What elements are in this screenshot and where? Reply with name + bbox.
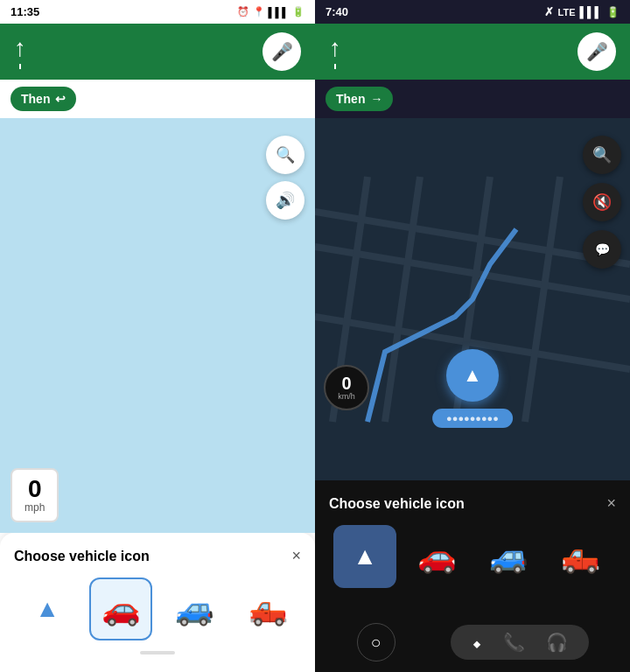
left-picker-title: Choose vehicle icon: [14, 549, 150, 564]
left-then-arrow: ↩: [55, 92, 66, 106]
left-panel: 11:35 ⏰ 📍 ▌▌▌ 🔋 ↑ 🎤 Then ↩ 🔍 🔊 0 mp: [0, 0, 315, 672]
headphone-icon: 🎧: [546, 633, 568, 652]
right-battery-icon: 🔋: [606, 6, 620, 18]
right-vehicle-picker: Choose vehicle icon × ▲ 🚗 🚙 🛻: [315, 480, 630, 616]
left-vehicle-icon-truck[interactable]: 🛻: [236, 578, 299, 640]
destination-text: ●●●●●●●●●: [446, 413, 499, 424]
phone-icon: 📞: [503, 633, 525, 652]
right-vehicle-icon-car1[interactable]: 🚗: [405, 525, 468, 588]
left-map-area: 🔍 🔊 0 mph: [0, 118, 315, 533]
center-arrow-icon: ▲: [463, 364, 482, 387]
right-nav-arrow: ↑: [329, 34, 341, 69]
right-nav-center-arrow: ▲: [446, 349, 499, 402]
right-picker-close[interactable]: ×: [606, 494, 616, 513]
left-speed-display: 0 mph: [10, 468, 59, 522]
right-then-arrow: →: [370, 92, 382, 106]
left-sound-icon: 🔊: [276, 191, 295, 210]
left-bottom-handle: [140, 651, 175, 654]
right-directions-button[interactable]: ⬥: [472, 633, 482, 653]
right-then-badge: Then →: [326, 87, 393, 111]
left-vehicle-icon-car1[interactable]: 🚗: [89, 578, 152, 640]
left-search-button[interactable]: 🔍: [266, 136, 304, 174]
right-headphone-button[interactable]: 🎧: [546, 632, 568, 653]
left-sound-button[interactable]: 🔊: [266, 181, 304, 220]
left-vehicle-icon-arrow[interactable]: ▲: [16, 578, 79, 640]
left-picker-close[interactable]: ×: [291, 547, 301, 565]
left-vehicle-icons-row: ▲ 🚗 🚙 🛻: [14, 578, 301, 640]
right-then-label: Then: [336, 92, 365, 106]
right-nav-pill: ⬥ 📞 🎧: [451, 625, 589, 660]
right-mute-icon: 🔇: [592, 192, 612, 212]
left-mic-icon: 🎤: [271, 41, 293, 62]
right-chat-button[interactable]: 💬: [583, 230, 621, 269]
battery-icon: 🔋: [292, 6, 304, 18]
right-speed-unit: km/h: [338, 392, 355, 401]
home-circle-icon: ○: [370, 633, 381, 653]
left-then-label: Then: [21, 92, 50, 106]
right-bottom-nav: ○ ⬥ 📞 🎧: [315, 616, 630, 672]
signal-icon: ▌▌▌: [269, 7, 289, 18]
left-time: 11:35: [10, 5, 39, 18]
right-speed-value: 0: [341, 374, 351, 392]
left-speed-value: 0: [24, 477, 45, 501]
right-panel: 7:40 ✗ LTE ▌▌▌ 🔋 ↑ 🎤 Then →: [315, 0, 630, 672]
location-icon: 📍: [253, 6, 265, 18]
right-vehicle-icon-truck[interactable]: 🛻: [549, 525, 612, 588]
right-phone-button[interactable]: 📞: [503, 632, 525, 653]
right-destination-pill: ●●●●●●●●●: [432, 409, 513, 428]
alarm-icon: ⏰: [237, 6, 249, 18]
right-home-button[interactable]: ○: [357, 623, 396, 662]
left-status-icons: ⏰ 📍 ▌▌▌ 🔋: [237, 6, 304, 18]
right-vehicle-icon-suv[interactable]: 🚙: [477, 525, 540, 588]
left-mic-button[interactable]: 🎤: [262, 32, 301, 71]
right-status-bar: 7:40 ✗ LTE ▌▌▌ 🔋: [315, 0, 630, 24]
right-vehicle-icons-row: ▲ 🚗 🚙 🛻: [329, 525, 616, 588]
right-status-icons: ✗ LTE ▌▌▌ 🔋: [544, 5, 620, 18]
right-mic-icon: 🎤: [586, 41, 608, 62]
right-chat-icon: 💬: [595, 242, 610, 256]
right-picker-header: Choose vehicle icon ×: [329, 494, 616, 513]
left-nav-arrow: ↑: [14, 34, 26, 69]
left-picker-header: Choose vehicle icon ×: [14, 547, 301, 565]
right-map-area: 🔍 🔇 💬 0 km/h ▲ ●●●●●●●●●: [315, 118, 630, 480]
left-search-icon: 🔍: [276, 145, 295, 164]
left-nav-header: ↑ 🎤: [0, 24, 315, 80]
right-picker-title: Choose vehicle icon: [329, 496, 465, 512]
right-mute-button[interactable]: 🔇: [583, 183, 621, 221]
bluetooth-icon: ✗: [544, 5, 554, 18]
left-vehicle-picker: Choose vehicle icon × ▲ 🚗 🚙 🛻: [0, 533, 315, 672]
right-speed-display: 0 km/h: [324, 365, 369, 410]
right-mic-button[interactable]: 🎤: [578, 32, 616, 71]
right-nav-header: ↑ 🎤: [315, 24, 630, 80]
directions-icon: ⬥: [472, 633, 482, 652]
right-action-buttons: 🔍 🔇 💬: [583, 136, 621, 269]
right-signal-icon: ▌▌▌: [579, 6, 602, 18]
left-status-bar: 11:35 ⏰ 📍 ▌▌▌ 🔋: [0, 0, 315, 24]
left-then-badge: Then ↩: [10, 87, 76, 111]
left-speed-unit: mph: [24, 501, 45, 514]
left-vehicle-icon-suv[interactable]: 🚙: [163, 578, 226, 640]
right-search-button[interactable]: 🔍: [583, 136, 621, 174]
right-search-icon: 🔍: [592, 145, 612, 164]
right-vehicle-icon-arrow[interactable]: ▲: [333, 525, 396, 588]
right-time: 7:40: [326, 5, 348, 18]
lte-icon: LTE: [558, 7, 576, 18]
